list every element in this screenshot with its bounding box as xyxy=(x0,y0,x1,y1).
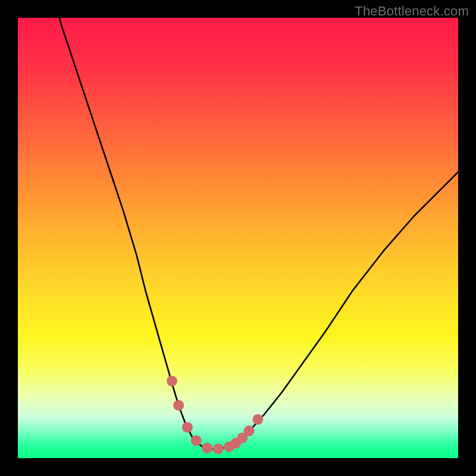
highlight-dot xyxy=(173,400,184,411)
plot-area xyxy=(18,18,458,458)
highlight-dot xyxy=(252,414,263,425)
highlight-dot xyxy=(244,425,255,436)
highlighted-points xyxy=(18,18,458,458)
highlight-dot xyxy=(202,443,212,453)
highlight-dot xyxy=(182,422,193,433)
highlight-dot xyxy=(213,443,224,454)
highlight-dot xyxy=(191,435,202,446)
highlight-dot xyxy=(167,376,177,387)
watermark-text: TheBottleneck.com xyxy=(355,4,469,19)
